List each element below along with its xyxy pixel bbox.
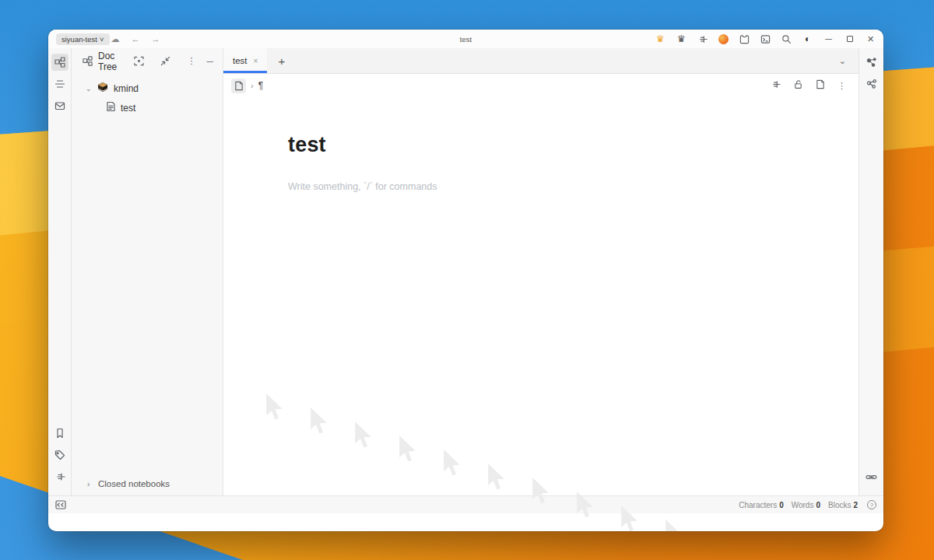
forward-icon[interactable]: → — [152, 35, 160, 44]
collapse-all-icon[interactable] — [160, 56, 170, 66]
global-graph-icon[interactable] — [863, 75, 880, 93]
theme-contrast-icon[interactable]: ◐ — [802, 34, 813, 44]
doc-tree-panel: Doc Tree ⋮ ─ ⌄ — [72, 48, 223, 495]
tab-label: test — [233, 56, 248, 65]
dock-toggle-icon[interactable] — [55, 500, 66, 509]
breadcrumb-doc-icon[interactable] — [231, 79, 246, 93]
chevron-right-icon: › — [87, 480, 93, 488]
chevron-down-icon[interactable]: ⌄ — [86, 85, 92, 93]
dock-doc-tree-icon[interactable] — [51, 54, 68, 71]
right-dock — [859, 48, 883, 495]
workspace-name: siyuan-test — [61, 35, 97, 44]
breadcrumb: › ¶ ⋮ — [223, 74, 859, 97]
siyuan-window: siyuan-test ˅ ☁ ← → test ♛ ♛ — [48, 30, 883, 531]
active-tab-underline — [223, 71, 267, 73]
tab-test[interactable]: test × — [223, 48, 267, 73]
maximize-icon[interactable] — [844, 34, 855, 44]
plugin-plug-icon[interactable] — [697, 34, 708, 44]
help-icon[interactable]: ? — [867, 500, 876, 509]
connections-icon[interactable] — [771, 79, 781, 93]
paragraph-mark[interactable]: ¶ — [258, 80, 263, 91]
new-tab-button[interactable]: + — [267, 48, 296, 73]
characters-counter: Characters0 — [739, 501, 783, 509]
doc-tree: ⌄ kmind — [72, 74, 223, 472]
panel-min-icon[interactable]: ─ — [206, 56, 213, 67]
cloud-sync-icon[interactable]: ☁ — [111, 35, 120, 44]
more-icon[interactable]: ⋮ — [187, 56, 195, 66]
panel-title: Doc Tree — [98, 51, 119, 72]
doc-title[interactable]: test — [288, 133, 827, 157]
word-count[interactable]: Characters0 Words0 Blocks2 ? — [739, 500, 876, 509]
dock-plugin-icon[interactable] — [51, 468, 68, 485]
plugin-emoji-icon[interactable] — [718, 34, 729, 44]
desktop-wallpaper: siyuan-test ˅ ☁ ← → test ♛ ♛ — [0, 0, 934, 560]
closed-notebooks-label: Closed notebooks — [98, 479, 170, 488]
sponsor-crown-icon[interactable]: ♛ — [655, 34, 665, 44]
graph-icon[interactable] — [863, 54, 880, 71]
dock-tag-icon[interactable] — [51, 446, 68, 464]
closed-notebooks-row[interactable]: › Closed notebooks — [72, 472, 223, 495]
tab-bar: test × + ⌄ — [223, 48, 859, 74]
bazaar-icon[interactable] — [739, 34, 750, 44]
words-counter: Words0 — [792, 501, 820, 509]
unlock-icon[interactable] — [793, 79, 803, 93]
notebook-name: kmind — [114, 83, 139, 94]
editor-more-icon[interactable]: ⋮ — [837, 81, 846, 91]
doc-name: test — [121, 103, 135, 114]
tab-list-chevron-icon[interactable]: ⌄ — [827, 48, 859, 73]
notebook-icon — [97, 82, 109, 95]
notebook-row-kmind[interactable]: ⌄ kmind — [72, 79, 223, 98]
tab-close-icon[interactable]: × — [254, 57, 258, 65]
member-crown-icon[interactable]: ♛ — [676, 34, 686, 44]
ghost-cursor-icon — [664, 520, 684, 531]
status-bar: Characters0 Words0 Blocks2 ? — [48, 495, 883, 513]
file-icon — [106, 101, 116, 114]
editor-column: test × + ⌄ › ¶ — [223, 48, 859, 495]
dock-bookmark-icon[interactable] — [51, 425, 68, 442]
dock-inbox-icon[interactable] — [51, 97, 68, 114]
search-icon[interactable] — [781, 34, 792, 44]
workspace-switcher[interactable]: siyuan-test ˅ — [56, 33, 110, 45]
editor-placeholder[interactable]: Write something, `/` for commands — [288, 181, 827, 192]
titlebar[interactable]: siyuan-test ˅ ☁ ← → test ♛ ♛ — [48, 30, 883, 48]
doc-tree-header: Doc Tree ⋮ ─ — [72, 48, 223, 74]
doc-tree-icon — [83, 56, 93, 66]
doc-info-icon[interactable] — [816, 79, 825, 93]
close-icon[interactable]: ✕ — [866, 34, 876, 44]
dock-outline-icon[interactable] — [51, 75, 68, 93]
left-dock — [48, 48, 72, 495]
editor-area[interactable]: test Write something, `/` for commands — [223, 97, 859, 495]
doc-row-test[interactable]: test — [72, 98, 223, 117]
chevron-down-icon: ˅ — [100, 35, 104, 44]
command-panel-icon[interactable] — [760, 34, 771, 44]
breadcrumb-chevron-icon: › — [251, 81, 254, 90]
backlinks-icon[interactable] — [863, 468, 880, 485]
minimize-icon[interactable]: ─ — [823, 34, 834, 44]
back-icon[interactable]: ← — [132, 35, 140, 44]
blocks-counter: Blocks2 — [828, 501, 858, 509]
focus-doc-icon[interactable] — [134, 56, 144, 66]
